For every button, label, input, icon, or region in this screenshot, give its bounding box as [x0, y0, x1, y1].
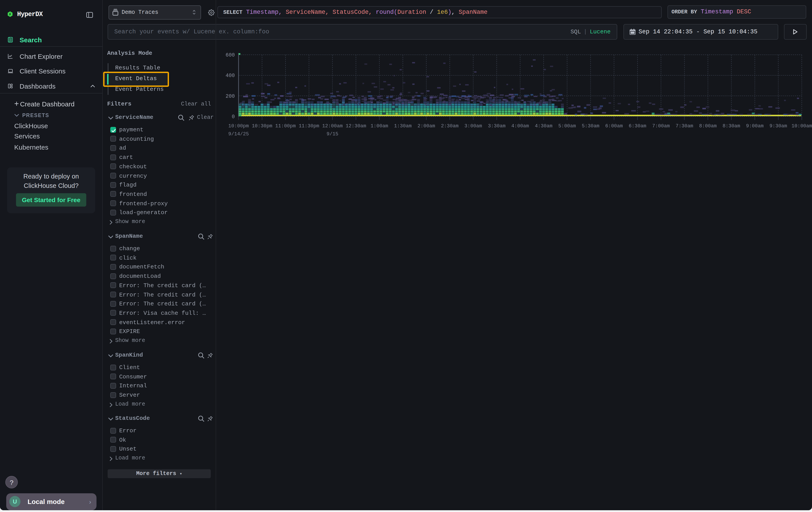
svg-text:11:30pm: 11:30pm — [299, 123, 319, 129]
svg-text:5:30am: 5:30am — [582, 123, 600, 129]
svg-text:9:00am: 9:00am — [746, 123, 763, 129]
svg-text:8:30am: 8:30am — [723, 123, 740, 129]
svg-text:3:30am: 3:30am — [488, 123, 505, 129]
svg-text:11:00pm: 11:00pm — [275, 123, 296, 129]
svg-text:9:30am: 9:30am — [770, 123, 787, 129]
svg-text:4:30am: 4:30am — [535, 123, 552, 129]
svg-text:4:00am: 4:00am — [512, 123, 529, 129]
svg-text:9/15: 9/15 — [327, 131, 339, 137]
svg-text:0: 0 — [232, 114, 235, 120]
svg-text:1:00am: 1:00am — [371, 123, 388, 129]
svg-text:10:00am: 10:00am — [791, 123, 812, 129]
svg-text:600: 600 — [226, 52, 235, 58]
svg-text:1:30am: 1:30am — [394, 123, 411, 129]
svg-text:6:00am: 6:00am — [605, 123, 623, 129]
svg-text:5:00am: 5:00am — [558, 123, 576, 129]
svg-text:400: 400 — [226, 73, 235, 79]
svg-text:9/14/25: 9/14/25 — [228, 131, 249, 137]
svg-text:200: 200 — [226, 93, 235, 99]
svg-text:10:00pm: 10:00pm — [228, 123, 249, 129]
svg-text:7:30am: 7:30am — [676, 123, 693, 129]
svg-text:2:30am: 2:30am — [441, 123, 459, 129]
svg-text:12:00am: 12:00am — [322, 123, 343, 129]
svg-text:6:30am: 6:30am — [629, 123, 646, 129]
svg-text:7:00am: 7:00am — [652, 123, 670, 129]
svg-text:8:00am: 8:00am — [699, 123, 717, 129]
svg-text:2:00am: 2:00am — [417, 123, 435, 129]
svg-text:10:30pm: 10:30pm — [252, 123, 272, 129]
svg-text:3:00am: 3:00am — [464, 123, 482, 129]
svg-text:12:30am: 12:30am — [346, 123, 366, 129]
